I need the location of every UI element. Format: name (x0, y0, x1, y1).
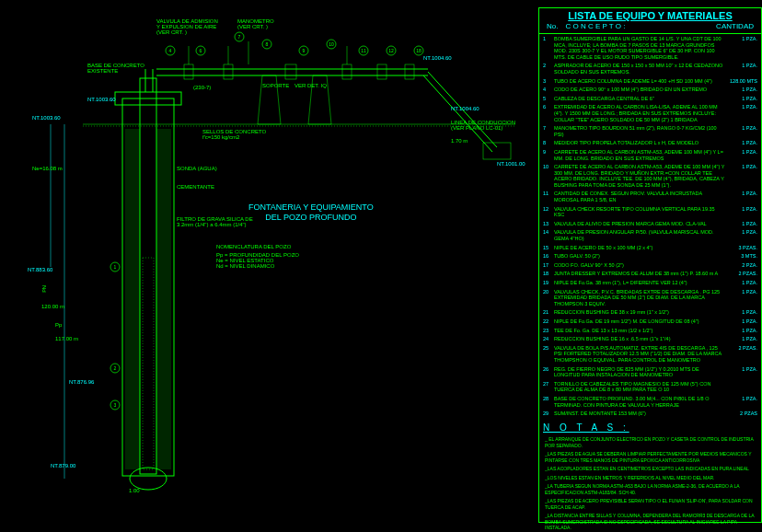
svg-rect-15 (285, 64, 296, 79)
svg-text:10: 10 (329, 41, 334, 47)
lbl-170: 1.70 m (451, 138, 468, 144)
panel-header: LISTA DE EQUIPO Y MATERIALES No. C O N C… (539, 8, 761, 34)
svg-text:3: 3 (114, 402, 117, 408)
svg-text:12: 12 (388, 48, 394, 53)
svg-text:2: 2 (114, 365, 117, 371)
bom-item: 12VALVULA CHECK RESORTE TIPO COLUMNA VER… (543, 206, 757, 218)
bom-item: 17CODO FO. GALV 90° X 50 (2")2 PZA. (543, 262, 757, 269)
bom-item: 6EXTREMIDAD DE ACERO AL CARBON LISA-LISA… (543, 104, 757, 122)
note-item: _LA DISTANCIA ENTRE SILLAS Y COLUMNA, DE… (545, 513, 756, 531)
bom-item: 18JUNTA DRESSER Y EXTREMOS DE ALUM DE 38… (543, 271, 757, 277)
svg-text:9: 9 (303, 48, 306, 53)
bom-item: 1BOMBA SUMERGIBLE PARA UN GASTO DE 14 L/… (543, 36, 757, 60)
svg-rect-7 (156, 129, 171, 469)
bom-item: 4CODO DE ACERO 90° x 100 MM (4") BRIDADO… (543, 87, 757, 93)
note-item: _LAS PIEZAS DE AGUA SE DEBERAN LIMPIAR P… (545, 451, 756, 463)
bom-item: 5CABLEZA DE DESCARGA CENTRAL DE 6"1 PZA. (543, 96, 757, 102)
svg-point-8 (130, 468, 167, 490)
lbl-linea: LINEA DE CONDUCCION(VER PLANO LC-01) (451, 120, 515, 131)
bom-item: 7MANOMETRO TIPO BOURDON 51 mm (2"), RANG… (543, 125, 757, 137)
bom-item: 28BASE DE CONCRETO PROFUND. 3.00 M(4... … (543, 396, 757, 408)
note-item: _ EL ARRANQUE DE CONJUNTO ELECTRICO EN P… (545, 436, 756, 448)
notes-list: _ EL ARRANQUE DE CONJUNTO ELECTRICO EN P… (539, 434, 761, 532)
bom-item: 11CANTIDAD DE CONEX. SEGUN PROV. VALVULA… (543, 191, 757, 202)
bom-item: 20VALVULAS CHECK, P.V.C. BRIDADAS EXTRE … (543, 289, 757, 307)
svg-text:7: 7 (238, 34, 241, 40)
lbl-nt6: NT.883.60 (28, 267, 52, 272)
svg-text:18: 18 (416, 48, 421, 53)
lbl-ndv: 120.00 m (41, 304, 64, 309)
bom-item: 15NIPLE DE ACERO DE 50 x 100 MM (2 x 4")… (543, 245, 757, 251)
lbl-nd: Nd (41, 285, 47, 293)
bom-item: 24REDUCCION BUSHING DE 16 x .6.5 mm (1"x… (543, 336, 757, 342)
bom-item: 13VALVULA DE ALIVIO DE PRESION MARCA GEM… (543, 221, 757, 227)
lbl-filtro: FILTRO DE GRAVA SILICA DE3.2mm (1/4") a … (177, 216, 253, 227)
lbl-cement: CEMENTANTE (177, 184, 214, 190)
bom-item: 22NIPLE DE Fo.Ga. DE 19 mm 1/2") M. DE L… (543, 318, 757, 325)
lbl-pp: Pp (55, 322, 62, 328)
nomenclature: NOMENCLATURA DEL POZO Pp = PROFUNDIDAD D… (216, 244, 299, 269)
svg-rect-4 (143, 258, 154, 469)
bom-item: 25VALVULA DE BOLA P/S AUTOMATIZ. EXTRE 4… (543, 345, 757, 364)
lbl-base: BASE DE CONCRETOEXISTENTE (87, 63, 144, 74)
bom-item: 30TORNILLERIA MAQ. ACEYTE, Y TUERCA HEXA… (543, 420, 757, 421)
lbl-manometro: MANOMETRO(VER CRT. ) (237, 18, 274, 29)
note-item: _LOS NIVELES ESTAN EN METROS Y REFERIDOS… (545, 475, 756, 481)
svg-text:6: 6 (200, 48, 202, 53)
lbl-nt3: NT.1004.60 (423, 55, 452, 61)
note-item: _LA TUBERIA SEGUN NORMA ASTM-A53 BAJO LA… (545, 483, 756, 495)
lbl-230: (230-7) (193, 85, 211, 90)
svg-text:4: 4 (169, 48, 172, 53)
svg-rect-17 (377, 64, 387, 79)
bom-item: 10CARRETE DE ACERO AL CARBON ASTM-A53, A… (543, 164, 757, 188)
bom-item: 9CARRETE DE ACERO AL CARBON ASTM-A53, AD… (543, 149, 757, 161)
lbl-nt2: NT.1003.60 (32, 115, 61, 121)
svg-text:8: 8 (266, 41, 269, 47)
lbl-sonda: SONDA (AGUA) (177, 166, 217, 171)
lbl-ne: Ne=16.08 m (32, 166, 63, 171)
note-item: _LAS PIEZAS DE ACERO PREVISIBLE SERAN TI… (545, 498, 756, 510)
bom-item: 29SUM/INST. DE MONTANTE 153 MM (6")2 PZA… (543, 411, 757, 417)
lbl-ver-det: VER DET. IQ (294, 83, 327, 88)
bom-item: 21REDUCCION BUSHING DE 38 x 19 mm (1" x … (543, 309, 757, 316)
bom-item: 14VALVULA DE PRESION ANGULAR P/50. (VALV… (543, 229, 757, 241)
svg-rect-14 (224, 64, 233, 79)
panel-columns: No. C O N C E P T O : CANTIDAD (543, 21, 757, 31)
svg-rect-13 (184, 64, 193, 79)
lbl-nt4: NT.1004.60 (451, 106, 479, 111)
bom-item: 26REG. DE FIERRO NEGRO DE 825 MM (1/2") … (543, 366, 757, 378)
panel-title: LISTA DE EQUIPO Y MATERIALES (543, 10, 757, 21)
materials-panel: LISTA DE EQUIPO Y MATERIALES No. C O N C… (538, 7, 762, 523)
bom-item: 8MEDIDOR TIPO PROPELA TOTALIZADOR L x H,… (543, 140, 757, 146)
bom-item: 23TEE DE Fo. Ga. DE 13 x 13 mm (1/2 x 1/… (543, 328, 757, 334)
svg-rect-18 (405, 64, 414, 79)
lbl-sello: SELLOS DE CONCRETOf'c=150 kg/cm2 (202, 129, 266, 140)
bom-list: 1BOMBA SUMERGIBLE PARA UN GASTO DE 14 L/… (539, 34, 761, 421)
lbl-ppv: 117.00 m (55, 336, 78, 341)
lbl-100: 1.00 (129, 488, 140, 493)
svg-rect-6 (125, 129, 140, 469)
svg-text:11: 11 (361, 48, 366, 53)
drawing-title: FONTANERIA Y EQUIPAMIENTO DEL POZO PROFU… (248, 202, 374, 223)
bom-item: 19NIPLE DE Fo.Ga. 38 mm (1"), L= DIFEREN… (543, 280, 757, 286)
bom-item: 16TUBO GALV. 50 (2")3 MTS. (543, 253, 757, 260)
lbl-valvula: VALVULA DE ADMISIONY EXPULSION DE AIRE(V… (156, 18, 218, 35)
lbl-nt8: NT.879.00 (51, 463, 75, 468)
bom-item: 3TUBO DE ACERO COLUMNA DE ADEME L= 400 +… (543, 78, 757, 85)
note-item: _LAS ACOPLADORES ESTAN EN CENTIMETROS EX… (545, 466, 756, 472)
lbl-nt7: NT.876.96 (69, 379, 94, 385)
lbl-nt5: NT.1001.00 (497, 161, 525, 167)
svg-rect-16 (342, 64, 352, 79)
svg-rect-25 (483, 143, 511, 159)
bom-item: 27TORNILLO DE CABEZALES TIPO MAGNESIO DE… (543, 381, 757, 393)
lbl-nt1: NT.1003.60 (87, 97, 116, 102)
svg-text:1: 1 (114, 264, 117, 270)
bom-item: 2ASPIRADOR DE ACERO DE 150 x 150 x 50 MM… (543, 63, 757, 75)
lbl-soporte: SOPORTE (262, 83, 289, 88)
notes-heading: N O T A S : (539, 421, 761, 434)
